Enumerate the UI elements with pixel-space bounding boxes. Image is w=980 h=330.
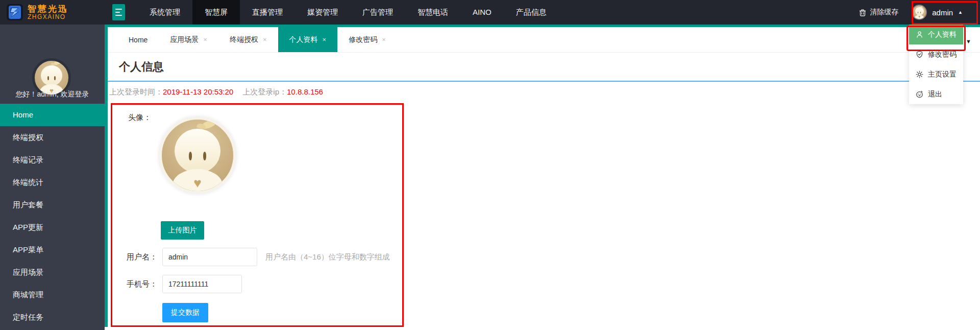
sidebar-item-app-menu[interactable]: APP菜单 bbox=[0, 239, 105, 261]
sidebar-item-home[interactable]: Home bbox=[0, 104, 105, 126]
user-menu-annotation-box bbox=[912, 1, 978, 25]
nav-item-aino[interactable]: AINO bbox=[460, 0, 504, 25]
sidebar-collapse-button[interactable] bbox=[112, 4, 125, 20]
close-icon[interactable]: × bbox=[263, 36, 267, 43]
nav-item-media[interactable]: 媒资管理 bbox=[295, 0, 350, 25]
nav-item-system[interactable]: 系统管理 bbox=[137, 0, 192, 25]
sidebar-item-terminal-auth[interactable]: 终端授权 bbox=[0, 126, 105, 149]
dropdown-item-logout[interactable]: 退出 bbox=[909, 84, 963, 104]
submit-data-button[interactable]: 提交数据 bbox=[162, 303, 208, 322]
upload-image-button[interactable]: 上传图片 bbox=[161, 221, 204, 240]
tab-options-caret-icon[interactable]: ▼ bbox=[966, 27, 971, 53]
sidebar-item-app-update[interactable]: APP更新 bbox=[0, 216, 105, 239]
clear-cache-button[interactable]: 清除缓存 bbox=[859, 8, 898, 17]
nav-item-smart-screen[interactable]: 智慧屏 bbox=[192, 0, 240, 25]
last-login-info: 上次登录时间：2019-11-13 20:53:20 上次登录ip：10.8.8… bbox=[109, 87, 323, 97]
header-divider bbox=[108, 81, 980, 82]
tab-terminal-auth[interactable]: 终端授权 × bbox=[218, 27, 278, 52]
username-hint: 用户名由（4~16）位字母和数字组成 bbox=[265, 252, 390, 262]
sidebar-item-scheduled-tasks[interactable]: 定时任务 bbox=[0, 306, 105, 328]
sidebar-item-app-scenes[interactable]: 应用场景 bbox=[0, 261, 105, 284]
close-icon[interactable]: × bbox=[323, 36, 327, 43]
last-login-ip-label: 上次登录ip： bbox=[242, 87, 287, 96]
brand-logo: 智慧光迅 ZHGXAINO bbox=[0, 4, 106, 21]
main-nav: 系统管理 智慧屏 直播管理 媒资管理 广告管理 智慧电话 AINO 产品信息 bbox=[137, 0, 559, 25]
app-window: 智慧光迅 ZHGXAINO 系统管理 智慧屏 直播管理 媒资管理 广告管理 智慧… bbox=[0, 0, 980, 330]
avatar-field-label: 头像： bbox=[128, 113, 151, 123]
last-login-time-value: 2019-11-13 20:53:20 bbox=[163, 87, 233, 96]
username-field-label: 用户名： bbox=[127, 252, 157, 262]
phone-field-label: 手机号： bbox=[127, 279, 157, 289]
brand-subtitle: ZHGXAINO bbox=[28, 14, 68, 20]
tab-change-password[interactable]: 修改密码 × bbox=[337, 27, 397, 52]
brand-logo-icon bbox=[6, 4, 23, 21]
sidebar-menu: Home 终端授权 终端记录 终端统计 用户套餐 APP更新 APP菜单 应用场… bbox=[0, 104, 105, 328]
shield-check-icon bbox=[916, 51, 923, 58]
sidebar-item-mall[interactable]: 商城管理 bbox=[0, 284, 105, 306]
page-title: 个人信息 bbox=[119, 59, 164, 75]
profile-form-annotation-box: 头像： ♥ 上传图片 用户名： 用户名由（4~16）位字母和数字组成 手机号： … bbox=[111, 103, 404, 327]
close-icon[interactable]: × bbox=[382, 36, 386, 43]
nav-item-live[interactable]: 直播管理 bbox=[240, 0, 295, 25]
profile-item-annotation-box bbox=[906, 26, 966, 51]
sidebar-item-user-plans[interactable]: 用户套餐 bbox=[0, 194, 105, 216]
sidebar-item-terminal-stats[interactable]: 终端统计 bbox=[0, 171, 105, 194]
trash-icon bbox=[859, 9, 866, 16]
clear-cache-label: 清除缓存 bbox=[870, 8, 898, 17]
phone-input[interactable] bbox=[162, 275, 242, 293]
content-top-accent bbox=[105, 25, 980, 27]
content-left-accent bbox=[105, 25, 108, 327]
close-icon[interactable]: × bbox=[203, 36, 207, 43]
brand-text: 智慧光迅 ZHGXAINO bbox=[28, 5, 68, 20]
logout-face-icon bbox=[916, 90, 923, 98]
sidebar-greeting: 您好！admin, 欢迎登录 bbox=[0, 90, 105, 99]
sidebar-item-terminal-records[interactable]: 终端记录 bbox=[0, 149, 105, 171]
last-login-time-label: 上次登录时间： bbox=[109, 87, 163, 96]
username-input[interactable] bbox=[162, 248, 257, 266]
tab-bar: Home 应用场景 × 终端授权 × 个人资料 × 修改密码 × ▼ bbox=[108, 27, 980, 53]
nav-item-smart-phone[interactable]: 智慧电话 bbox=[405, 0, 460, 25]
dropdown-item-home-settings[interactable]: 主页设置 bbox=[909, 64, 963, 84]
tab-app-scenes[interactable]: 应用场景 × bbox=[159, 27, 218, 52]
nav-item-ads[interactable]: 广告管理 bbox=[350, 0, 405, 25]
nav-item-product-info[interactable]: 产品信息 bbox=[504, 0, 559, 25]
brand-title: 智慧光迅 bbox=[28, 5, 68, 14]
last-login-ip-value: 10.8.8.156 bbox=[287, 87, 323, 96]
tab-profile[interactable]: 个人资料 × bbox=[278, 27, 338, 52]
gear-icon bbox=[916, 70, 923, 78]
tab-home[interactable]: Home bbox=[117, 27, 159, 52]
top-navbar: 智慧光迅 ZHGXAINO 系统管理 智慧屏 直播管理 媒资管理 广告管理 智慧… bbox=[0, 0, 980, 25]
sidebar: ♥ 您好！admin, 欢迎登录 Home 终端授权 终端记录 终端统计 用户套… bbox=[0, 25, 105, 330]
profile-avatar-image: ♥ bbox=[159, 117, 236, 194]
